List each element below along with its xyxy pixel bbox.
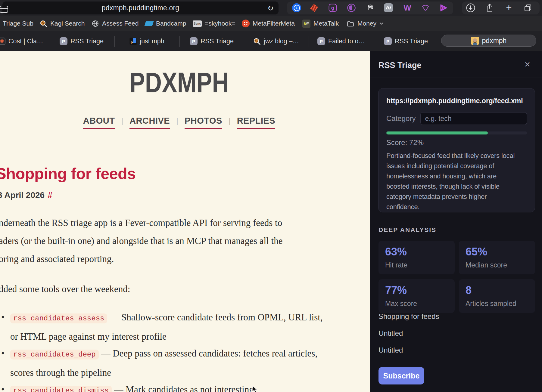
tab-separator bbox=[374, 36, 374, 47]
close-icon[interactable]: ✕ bbox=[524, 60, 531, 69]
chevron-down-icon bbox=[379, 22, 384, 25]
stat-hit-rate: 63% Hit rate bbox=[378, 241, 455, 274]
justmph-favicon: P bbox=[129, 38, 137, 45]
bookmark-metafiltermeta[interactable]: MetaFilterMeta bbox=[242, 16, 295, 31]
noir-moon-icon[interactable] bbox=[347, 3, 356, 12]
tab-just-mph[interactable]: P just mph bbox=[129, 31, 164, 51]
tab-separator bbox=[49, 36, 49, 47]
safari-window: pdxmph.puddingtime.org ↻ 1 g W C bbox=[0, 0, 542, 392]
bullet-text: — Mark candidates as not interesting bbox=[112, 384, 254, 392]
tab-overview-icon[interactable] bbox=[524, 4, 532, 12]
post-date: 3 April 2026# bbox=[0, 190, 52, 200]
gray-swirl-icon[interactable] bbox=[384, 3, 393, 12]
nav-photos[interactable]: PHOTOS bbox=[185, 116, 222, 129]
panel-divider bbox=[370, 78, 542, 78]
bullet-text: or HTML page against my interest profile bbox=[10, 328, 323, 346]
avatar-favicon bbox=[471, 37, 479, 45]
1password-icon[interactable]: 1 bbox=[292, 3, 301, 12]
rss-triage-panel: RSS Triage ✕ https://pdxmph.puddingtime.… bbox=[370, 51, 542, 392]
tab-pdxmph-active[interactable]: pdxmph bbox=[441, 35, 536, 47]
stat-value: 65% bbox=[466, 245, 528, 258]
browser-toolbar: pdxmph.puddingtime.org ↻ 1 g W C bbox=[0, 0, 542, 16]
permalink-hash[interactable]: # bbox=[48, 190, 52, 200]
bookmark-bandcamp[interactable]: Bandcamp bbox=[145, 16, 186, 31]
nav-separator: | bbox=[121, 116, 123, 126]
tab-separator bbox=[309, 36, 309, 47]
description-line: homelessness and housing, which are bbox=[386, 171, 527, 181]
bookmark-assess-feed[interactable]: Assess Feed bbox=[92, 16, 139, 31]
bullet-line: rss_candidates_dismiss — Mark candidates… bbox=[10, 381, 254, 392]
mastodon-icon[interactable] bbox=[366, 4, 375, 12]
kagi-g-icon[interactable]: g bbox=[329, 4, 337, 12]
wipr-w-icon[interactable]: W bbox=[403, 3, 411, 13]
tab-label: RSS Triage bbox=[70, 38, 104, 45]
code-rss-candidates-dismiss: rss_candidates_dismiss bbox=[10, 386, 112, 392]
bullet-text: scores through the pipeline bbox=[10, 364, 317, 382]
article-title: Untitled bbox=[378, 346, 403, 354]
nav-separator: | bbox=[176, 116, 178, 126]
paragraph-line: nderneath the RSS triage app is a Fever-… bbox=[0, 214, 282, 232]
new-tab-icon[interactable]: + bbox=[506, 2, 512, 14]
tab-rss-triage-1[interactable]: P RSS Triage bbox=[60, 31, 104, 51]
score-label: Score: 72% bbox=[386, 138, 527, 147]
bullet-marker: • bbox=[1, 344, 5, 363]
bullet-line: rss_candidates_deep — Deep pass on asses… bbox=[10, 344, 317, 364]
tab-label: RSS Triage bbox=[395, 38, 428, 45]
tab-bar: ✺ Cost | Cla… P RSS Triage P just mph P … bbox=[0, 31, 542, 51]
tab-label: jwz blog –… bbox=[264, 38, 299, 45]
tab-separator bbox=[244, 36, 244, 47]
wiper-fan-icon[interactable] bbox=[421, 4, 430, 12]
feed-description: Portland-focused feed that likely covers… bbox=[386, 151, 527, 212]
description-line: category metadata prevents higher bbox=[386, 192, 527, 202]
bookmark-skyhook[interactable]: Sync =skyhook= bbox=[193, 16, 235, 31]
stat-max-score: 77% Max score bbox=[378, 279, 455, 313]
download-icon[interactable] bbox=[466, 3, 475, 13]
tab-rss-triage-2[interactable]: P RSS Triage bbox=[190, 31, 234, 51]
sidebar-toggle-icon[interactable] bbox=[0, 5, 8, 13]
stat-label: Max score bbox=[385, 300, 448, 308]
list-intro: dded some tools over the weekend: bbox=[0, 280, 130, 298]
address-bar[interactable]: pdxmph.puddingtime.org ↻ bbox=[2, 2, 279, 14]
article-row-untitled-1[interactable]: Untitled bbox=[378, 325, 534, 342]
nav-about[interactable]: ABOUT bbox=[83, 116, 115, 129]
tab-cost-claude[interactable]: ✺ Cost | Cla… bbox=[0, 31, 43, 51]
site-title: PDXMPH bbox=[32, 66, 326, 99]
subscribe-button[interactable]: Subscribe bbox=[378, 367, 424, 384]
reload-icon[interactable]: ↻ bbox=[267, 4, 274, 12]
url-text: pdxmph.puddingtime.org bbox=[102, 4, 179, 12]
bullet-deep: • rss_candidates_deep — Deep pass on ass… bbox=[1, 344, 317, 382]
article-row-untitled-2[interactable]: Untitled bbox=[378, 342, 534, 359]
nav-archive[interactable]: ARCHIVE bbox=[129, 116, 170, 129]
svg-text:C: C bbox=[441, 6, 444, 10]
bookmark-triage-sub[interactable]: Triage Sub bbox=[3, 16, 33, 31]
stat-median-score: 65% Median score bbox=[459, 241, 535, 274]
bookmark-label: =skyhook= bbox=[205, 20, 235, 27]
tab-failed-to-open[interactable]: P Failed to o… bbox=[317, 31, 365, 51]
bullet-assess: • rss_candidates_assess — Shallow-score … bbox=[1, 308, 323, 346]
bullet-marker: • bbox=[1, 381, 5, 392]
bookmark-kagi-search[interactable]: Kagi Search bbox=[40, 16, 85, 31]
bookmark-folder-money[interactable]: Money bbox=[347, 16, 384, 31]
tab-rss-triage-3[interactable]: P RSS Triage bbox=[384, 31, 428, 51]
globe-icon bbox=[92, 20, 99, 27]
site-nav: ABOUT | ARCHIVE | PHOTOS | REPLIES bbox=[0, 116, 358, 129]
share-icon[interactable] bbox=[485, 3, 494, 12]
tab-jwz-blog[interactable]: jwz blog –… bbox=[253, 31, 299, 51]
code-rss-candidates-assess: rss_candidates_assess bbox=[10, 313, 107, 323]
kagi-lens-icon bbox=[253, 38, 261, 45]
article-row-shopping-for-feeds[interactable]: Shopping for feeds bbox=[378, 309, 534, 324]
bookmark-metatalk[interactable]: MF MetaTalk bbox=[302, 16, 339, 31]
stat-value: 8 bbox=[466, 284, 528, 297]
nav-replies[interactable]: REPLIES bbox=[237, 116, 276, 129]
play-c-icon[interactable]: C bbox=[439, 4, 447, 12]
category-input[interactable] bbox=[420, 112, 527, 125]
paragraph-line: oring and associated reporting. bbox=[0, 250, 282, 268]
header-divider bbox=[0, 145, 370, 145]
tab-separator bbox=[114, 36, 115, 47]
metatalk-mf-icon: MF bbox=[302, 20, 310, 28]
bookmark-label: Money bbox=[357, 20, 376, 27]
stop-the-madness-icon[interactable] bbox=[310, 4, 318, 12]
page-content: PDXMPH ABOUT | ARCHIVE | PHOTOS | REPLIE… bbox=[0, 51, 370, 392]
bullet-dismiss: • rss_candidates_dismiss — Mark candidat… bbox=[1, 381, 254, 392]
stat-value: 63% bbox=[385, 245, 448, 258]
